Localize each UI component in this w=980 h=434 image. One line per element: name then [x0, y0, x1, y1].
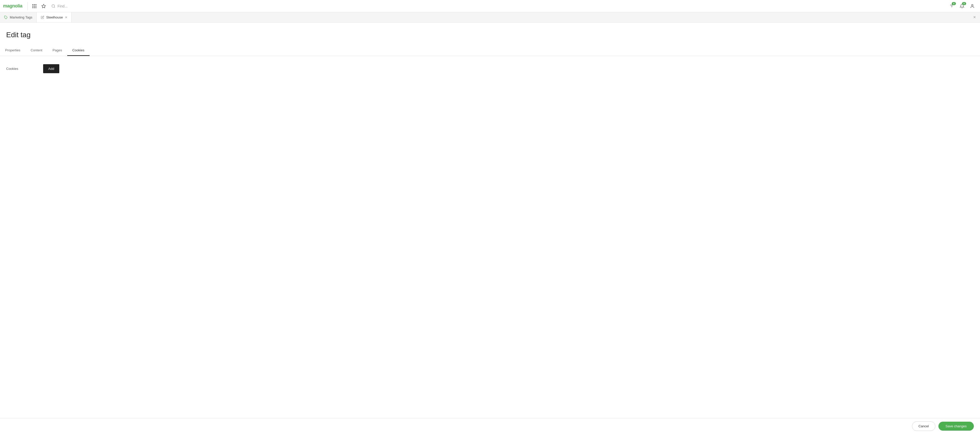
cookies-tab-panel: Cookies Add [0, 56, 980, 418]
save-changes-button[interactable]: Save changes [939, 422, 974, 431]
tab-steelhouse[interactable]: Steelhouse × [37, 12, 72, 22]
cancel-button[interactable]: Cancel [912, 421, 935, 431]
tab-cookies[interactable]: Cookies [67, 45, 89, 56]
tab-marketing-tags-label: Marketing Tags [10, 15, 32, 19]
tab-content[interactable]: Content [25, 45, 48, 56]
profile-button[interactable] [968, 2, 977, 11]
tabs-bar-close-button[interactable]: × [969, 14, 980, 20]
search-bar[interactable]: Find... [48, 2, 947, 11]
notifications-button[interactable]: 0 [958, 2, 967, 11]
notifications-badge: 0 [962, 2, 966, 5]
svg-line-2 [54, 7, 55, 8]
footer: Cancel Save changes [0, 418, 980, 434]
content-tabs: Properties Content Pages Cookies [0, 45, 980, 56]
page-header: Edit tag [0, 22, 980, 45]
tab-steelhouse-close[interactable]: × [65, 15, 67, 20]
grid-menu-button[interactable] [30, 2, 39, 11]
main-content: Edit tag Properties Content Pages Cookie… [0, 22, 980, 418]
star-icon [41, 4, 46, 8]
nav-divider [27, 2, 28, 10]
filter-badge: 0 [952, 2, 956, 5]
grid-icon [32, 4, 37, 8]
add-cookie-button[interactable]: Add [43, 64, 59, 73]
cookies-field-label: Cookies [6, 64, 37, 71]
favorites-button[interactable] [39, 2, 48, 11]
tabs-bar: Marketing Tags Steelhouse × × [0, 12, 980, 22]
tab-properties[interactable]: Properties [0, 45, 25, 56]
user-icon [970, 4, 975, 8]
nav-right: 0 0 [947, 2, 977, 11]
svg-point-6 [972, 4, 973, 6]
search-placeholder: Find... [57, 4, 67, 8]
logo-text: magnolia [3, 3, 22, 9]
tab-steelhouse-label: Steelhouse [46, 15, 63, 19]
top-navigation: magnolia Find... 0 [0, 0, 980, 12]
filter-button[interactable]: 0 [947, 2, 956, 11]
svg-marker-0 [42, 4, 46, 8]
pencil-icon [41, 16, 44, 19]
svg-point-1 [52, 5, 55, 8]
logo: magnolia [3, 3, 22, 9]
page-title: Edit tag [6, 31, 974, 39]
search-icon [51, 4, 56, 8]
tab-marketing-tags[interactable]: Marketing Tags [0, 12, 37, 22]
tag-icon [4, 16, 8, 19]
tab-pages[interactable]: Pages [48, 45, 67, 56]
cookies-field-row: Cookies Add [6, 64, 974, 73]
